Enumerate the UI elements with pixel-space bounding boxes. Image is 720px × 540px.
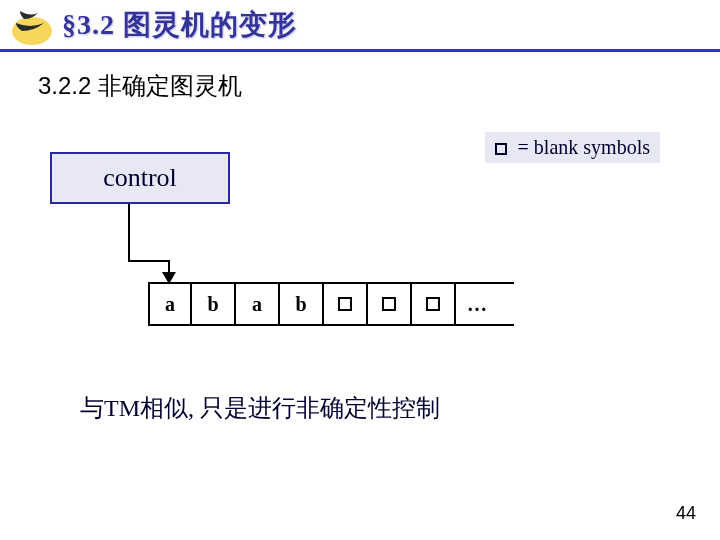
section-heading: 3.2.2 非确定图灵机 [38, 72, 242, 99]
blank-square-icon [338, 297, 352, 311]
control-label: control [103, 163, 177, 193]
tape-cell-blank [368, 282, 412, 326]
blank-square-icon [382, 297, 396, 311]
svg-point-0 [12, 17, 52, 45]
blank-square-icon [426, 297, 440, 311]
slide-title: §3.2 图灵机的变形 [62, 6, 297, 44]
tape-cell-blank [324, 282, 368, 326]
slide-header: §3.2 图灵机的变形 [0, 0, 720, 52]
blank-symbol-legend: = blank symbols [485, 132, 660, 163]
tape-cell: b [192, 282, 236, 326]
tape-tail [500, 282, 514, 326]
page-number: 44 [676, 503, 696, 524]
turing-machine-diagram: = blank symbols control a b a b … [0, 132, 720, 352]
blank-square-icon [495, 143, 507, 155]
tape-ellipsis: … [456, 282, 500, 326]
explanation-note: 与TM相似, 只是进行非确定性控制 [80, 392, 720, 424]
tape-cell: a [236, 282, 280, 326]
legend-text: = blank symbols [513, 136, 650, 158]
tape-cell-blank [412, 282, 456, 326]
tape-cell: a [148, 282, 192, 326]
tape: a b a b … [148, 282, 514, 326]
logo-bird-icon [10, 5, 58, 53]
connector-line [128, 260, 170, 262]
connector-line [128, 204, 130, 262]
tape-cell: b [280, 282, 324, 326]
control-unit-box: control [50, 152, 230, 204]
section-heading-row: 3.2.2 非确定图灵机 [38, 70, 720, 102]
